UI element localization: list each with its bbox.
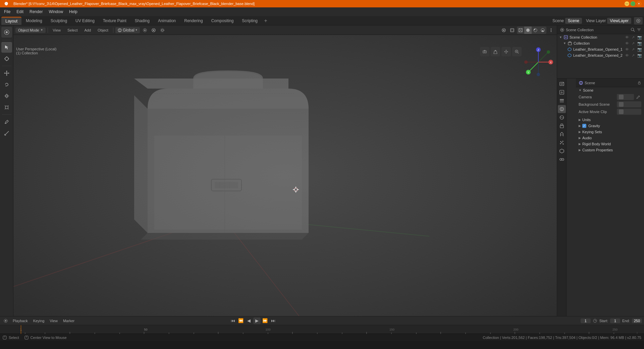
timeline-expand-btn[interactable] — [2, 317, 9, 325]
tool-move[interactable] — [1, 68, 12, 79]
movie-clip-value[interactable] — [617, 109, 641, 115]
playback-menu[interactable]: Playback — [11, 318, 30, 323]
viewport-add-menu[interactable]: Add — [82, 28, 94, 33]
vis-icon-eye[interactable]: 👁 — [625, 35, 629, 39]
scene-section-header[interactable]: ▼ Scene — [576, 87, 644, 93]
viewport-options-btn[interactable] — [547, 27, 555, 34]
menu-window[interactable]: Window — [46, 9, 66, 15]
collection-vis-select[interactable]: ↗ — [632, 41, 635, 46]
camera-edit-btn[interactable] — [635, 94, 641, 100]
gravity-checkbox[interactable]: ✓ — [582, 124, 586, 128]
keying-menu[interactable]: Keying — [31, 318, 47, 323]
start-frame-input[interactable]: 1 — [610, 318, 620, 323]
jump-to-next-keyframe-btn[interactable]: ⏩ — [261, 317, 269, 324]
view-menu[interactable]: View — [48, 318, 60, 323]
props-lock-icon[interactable] — [637, 81, 641, 85]
bf1-vis-eye[interactable]: 👁 — [625, 47, 629, 51]
tool-scale[interactable] — [1, 91, 12, 101]
gravity-section-header[interactable]: ▶ ✓ Gravity — [576, 123, 644, 129]
snap-btn[interactable] — [150, 27, 157, 34]
viewport-overlays-btn[interactable] — [500, 27, 507, 34]
collection-vis-eye[interactable]: 👁 — [625, 41, 629, 45]
object-props-tab[interactable] — [558, 122, 566, 130]
proportional-edit-btn[interactable] — [159, 27, 166, 34]
viewport-select-menu[interactable]: Select — [65, 28, 80, 33]
viewport[interactable]: Object Mode ▼ View Select Add Object Glo… — [13, 26, 557, 316]
scene-props-tab[interactable] — [558, 105, 566, 113]
outliner-briefcase-1[interactable]: Leather_Briefcase_Opened_1 👁 ↗ 📷 — [557, 46, 644, 52]
view-layer-props-tab[interactable] — [558, 97, 566, 105]
filter-icon[interactable] — [634, 17, 643, 24]
view-layer-name[interactable]: ViewLayer — [607, 18, 631, 24]
minimize-button[interactable]: — — [625, 1, 629, 6]
scene-name[interactable]: Scene — [565, 18, 582, 24]
tool-measure[interactable] — [1, 128, 12, 139]
solid-mode-btn[interactable] — [524, 27, 532, 34]
object-mode-selector[interactable]: Object Mode ▼ — [15, 28, 46, 33]
viewport-view-menu[interactable]: View — [50, 28, 63, 33]
maximize-button[interactable]: ▢ — [631, 1, 635, 6]
tab-compositing[interactable]: Compositing — [207, 17, 238, 25]
nav-zoom-btn[interactable] — [512, 47, 522, 56]
jump-to-prev-keyframe-btn[interactable]: ⏪ — [237, 317, 245, 324]
timeline-scrub[interactable]: 1 50 100 150 200 250 — [0, 325, 644, 334]
audio-section-header[interactable]: ▶ Audio — [576, 135, 644, 141]
nav-move-btn[interactable] — [501, 47, 511, 56]
tab-rendering[interactable]: Rendering — [180, 17, 207, 25]
particles-props-tab[interactable] — [558, 139, 566, 147]
rendered-mode-btn[interactable] — [539, 27, 546, 34]
add-workspace-button[interactable]: + — [262, 17, 269, 24]
play-stop-btn[interactable]: ▶ — [253, 317, 261, 324]
material-mode-btn[interactable] — [532, 27, 539, 34]
tool-cursor[interactable] — [1, 53, 12, 64]
tab-texture-paint[interactable]: Texture Paint — [99, 17, 130, 25]
output-props-tab[interactable] — [558, 88, 566, 96]
physics-props-tab[interactable] — [558, 147, 566, 155]
menu-help[interactable]: Help — [66, 9, 80, 15]
outliner-briefcase-2[interactable]: Leather_Briefcase_Opened_2 👁 ↗ 📷 — [557, 52, 644, 58]
menu-file[interactable]: File — [1, 9, 13, 15]
tab-sculpting[interactable]: Sculpting — [47, 17, 71, 25]
rigid-body-world-section-header[interactable]: ▶ Rigid Body World — [576, 141, 644, 147]
vis-icon-select[interactable]: ↗ — [632, 35, 635, 40]
play-backwards-btn[interactable]: ◀ — [245, 317, 253, 324]
bf1-vis-render[interactable]: 📷 — [637, 47, 642, 52]
outliner-filter-icon[interactable] — [637, 28, 641, 32]
world-props-tab[interactable] — [558, 113, 566, 121]
constraints-props-tab[interactable] — [558, 155, 566, 163]
render-props-tab[interactable] — [558, 80, 566, 88]
marker-menu[interactable]: Marker — [61, 318, 76, 323]
menu-render[interactable]: Render — [27, 9, 45, 15]
units-section-header[interactable]: ▶ Units — [576, 117, 644, 123]
xray-btn[interactable] — [508, 27, 516, 34]
tab-uv-editing[interactable]: UV Editing — [71, 17, 99, 25]
current-frame-input[interactable]: 1 — [581, 318, 591, 323]
tab-modeling[interactable]: Modeling — [22, 17, 46, 25]
tool-rotate[interactable] — [1, 79, 12, 90]
tab-layout[interactable]: Layout — [1, 17, 21, 25]
tool-select[interactable] — [1, 42, 12, 53]
outliner-collection[interactable]: ▼ Collection 👁 ↗ 📷 — [557, 40, 644, 46]
close-button[interactable]: ✕ — [637, 1, 641, 6]
wireframe-mode-btn[interactable] — [517, 27, 524, 34]
nav-spotlight-btn[interactable] — [491, 47, 500, 56]
menu-edit[interactable]: Edit — [14, 9, 26, 15]
bf2-vis-eye[interactable]: 👁 — [625, 53, 629, 57]
tab-shading[interactable]: Shading — [131, 17, 154, 25]
transform-global-selector[interactable]: Global ▼ — [115, 27, 140, 33]
collection-vis-render[interactable]: 📷 — [637, 41, 642, 46]
viewport-object-menu[interactable]: Object — [95, 28, 111, 33]
tab-scripting[interactable]: Scripting — [238, 17, 262, 25]
modifier-props-tab[interactable] — [558, 130, 566, 138]
jump-to-start-btn[interactable]: ⏮ — [229, 317, 236, 324]
tab-animation[interactable]: Animation — [154, 17, 180, 25]
camera-value[interactable] — [617, 94, 634, 100]
title-bar-controls[interactable]: — ▢ ✕ — [625, 1, 641, 6]
custom-properties-section-header[interactable]: ▶ Custom Properties — [576, 147, 644, 153]
tool-transform[interactable] — [1, 102, 12, 113]
keying-sets-section-header[interactable]: ▶ Keying Sets — [576, 129, 644, 135]
object-mode-indicator[interactable] — [1, 27, 12, 38]
outliner-scene-collection[interactable]: ▼ Scene Collection 👁 ↗ 📷 — [557, 34, 644, 40]
bf2-vis-render[interactable]: 📷 — [637, 53, 642, 58]
vis-icon-render[interactable]: 📷 — [637, 35, 642, 40]
